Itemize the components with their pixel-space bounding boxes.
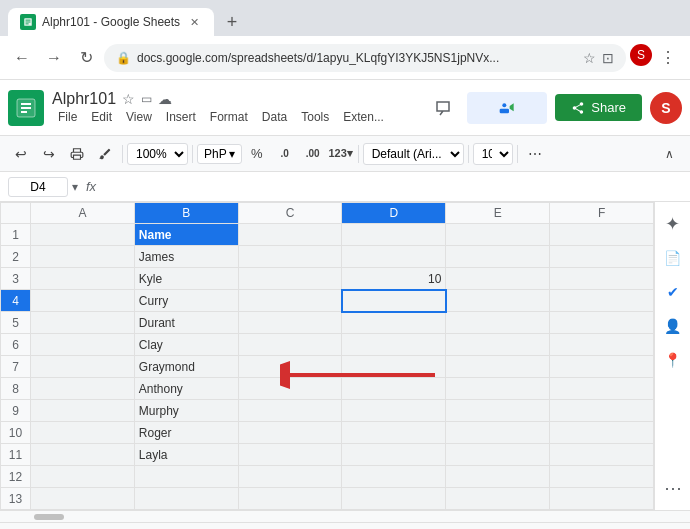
cell-a7[interactable] <box>31 356 135 378</box>
cell-e12[interactable] <box>446 466 550 488</box>
cell-e7[interactable] <box>446 356 550 378</box>
cell-f3[interactable] <box>550 268 654 290</box>
font-size-select[interactable]: 10 <box>473 143 513 165</box>
cell-a3[interactable] <box>31 268 135 290</box>
decimal-decrease[interactable]: .0 <box>272 141 298 167</box>
cell-a4[interactable] <box>31 290 135 312</box>
cell-a10[interactable] <box>31 422 135 444</box>
cell-d3[interactable]: 10 <box>342 268 446 290</box>
forward-button[interactable]: → <box>40 44 68 72</box>
col-header-f[interactable]: F <box>550 203 654 224</box>
tasks-icon[interactable]: ✔ <box>659 278 687 306</box>
undo-button[interactable]: ↩ <box>8 141 34 167</box>
cell-b1[interactable]: Name <box>134 224 238 246</box>
currency-selector[interactable]: PhP ▾ <box>197 144 242 164</box>
col-header-a[interactable]: A <box>31 203 135 224</box>
star-icon[interactable]: ☆ <box>122 91 135 107</box>
explore-icon[interactable]: ✦ <box>659 210 687 238</box>
h-scrollbar[interactable] <box>0 510 690 522</box>
meet-button[interactable] <box>467 92 547 124</box>
cell-f9[interactable] <box>550 400 654 422</box>
cell-a6[interactable] <box>31 334 135 356</box>
cell-a9[interactable] <box>31 400 135 422</box>
print-button[interactable] <box>64 141 90 167</box>
cell-f10[interactable] <box>550 422 654 444</box>
cell-f1[interactable] <box>550 224 654 246</box>
cell-reference[interactable]: D4 <box>8 177 68 197</box>
cell-b4[interactable]: Curry <box>134 290 238 312</box>
cell-e1[interactable] <box>446 224 550 246</box>
cell-a11[interactable] <box>31 444 135 466</box>
browser-menu-btn[interactable]: ⋮ <box>654 44 682 72</box>
cell-a1[interactable] <box>31 224 135 246</box>
cell-f4[interactable] <box>550 290 654 312</box>
cell-d8[interactable] <box>342 378 446 400</box>
cell-e8[interactable] <box>446 378 550 400</box>
number-format[interactable]: 123▾ <box>328 141 354 167</box>
cell-b10[interactable]: Roger <box>134 422 238 444</box>
cell-e9[interactable] <box>446 400 550 422</box>
cell-b2[interactable]: James <box>134 246 238 268</box>
cell-d1[interactable] <box>342 224 446 246</box>
cell-d4[interactable] <box>342 290 446 312</box>
redo-button[interactable]: ↪ <box>36 141 62 167</box>
cell-b11[interactable]: Layla <box>134 444 238 466</box>
reload-button[interactable]: ↻ <box>72 44 100 72</box>
cell-d5[interactable] <box>342 312 446 334</box>
profile-btn[interactable]: S <box>630 44 652 66</box>
cell-d6[interactable] <box>342 334 446 356</box>
zoom-select[interactable]: 100% <box>127 143 188 165</box>
cell-b6[interactable]: Clay <box>134 334 238 356</box>
move-icon[interactable]: ▭ <box>141 92 152 106</box>
formula-expand-btn[interactable]: ▾ <box>72 180 78 194</box>
menu-insert[interactable]: Insert <box>160 108 202 126</box>
cell-b7[interactable]: Graymond <box>134 356 238 378</box>
cell-e5[interactable] <box>446 312 550 334</box>
cell-f5[interactable] <box>550 312 654 334</box>
cell-c7[interactable] <box>238 356 342 378</box>
cell-c10[interactable] <box>238 422 342 444</box>
formula-input[interactable] <box>104 179 682 194</box>
cell-d11[interactable] <box>342 444 446 466</box>
cell-b12[interactable] <box>134 466 238 488</box>
cell-c8[interactable] <box>238 378 342 400</box>
cell-e2[interactable] <box>446 246 550 268</box>
cell-d10[interactable] <box>342 422 446 444</box>
cell-e6[interactable] <box>446 334 550 356</box>
col-header-b[interactable]: B <box>134 203 238 224</box>
cell-c3[interactable] <box>238 268 342 290</box>
more-addons-icon[interactable]: ⋯ <box>659 474 687 502</box>
cell-b8[interactable]: Anthony <box>134 378 238 400</box>
cell-c12[interactable] <box>238 466 342 488</box>
menu-edit[interactable]: Edit <box>85 108 118 126</box>
cell-c1[interactable] <box>238 224 342 246</box>
cell-c2[interactable] <box>238 246 342 268</box>
menu-view[interactable]: View <box>120 108 158 126</box>
h-scrollbar-thumb[interactable] <box>34 514 64 520</box>
cell-a2[interactable] <box>31 246 135 268</box>
cell-d2[interactable] <box>342 246 446 268</box>
cell-e4[interactable] <box>446 290 550 312</box>
comment-button[interactable] <box>427 92 459 124</box>
collapse-toolbar-button[interactable]: ∧ <box>656 141 682 167</box>
cell-b13[interactable] <box>134 488 238 510</box>
menu-extensions[interactable]: Exten... <box>337 108 390 126</box>
cell-e11[interactable] <box>446 444 550 466</box>
col-header-e[interactable]: E <box>446 203 550 224</box>
menu-tools[interactable]: Tools <box>295 108 335 126</box>
share-button[interactable]: Share <box>555 94 642 121</box>
back-button[interactable]: ← <box>8 44 36 72</box>
user-avatar[interactable]: S <box>650 92 682 124</box>
more-formats-button[interactable]: ⋯ <box>522 141 548 167</box>
cell-c5[interactable] <box>238 312 342 334</box>
contacts-icon[interactable]: 👤 <box>659 312 687 340</box>
cell-c11[interactable] <box>238 444 342 466</box>
decimal-increase[interactable]: .00 <box>300 141 326 167</box>
percent-button[interactable]: % <box>244 141 270 167</box>
cell-a5[interactable] <box>31 312 135 334</box>
new-tab-button[interactable]: + <box>218 8 246 36</box>
cell-f6[interactable] <box>550 334 654 356</box>
menu-data[interactable]: Data <box>256 108 293 126</box>
cell-b9[interactable]: Murphy <box>134 400 238 422</box>
cast-icon[interactable]: ⊡ <box>602 50 614 66</box>
